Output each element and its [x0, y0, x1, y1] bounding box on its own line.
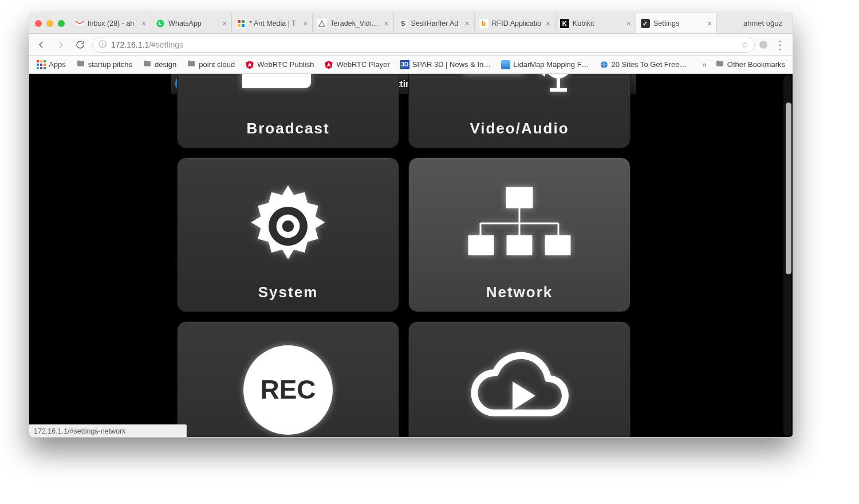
url-host: 172.16.1.1: [111, 40, 149, 49]
site-info-icon[interactable]: ⓘ: [98, 40, 107, 50]
back-button[interactable]: [34, 37, 49, 52]
scrollbar-thumb[interactable]: [786, 103, 791, 274]
angular-icon: [245, 60, 254, 69]
tab-close-icon[interactable]: ×: [141, 19, 146, 28]
forward-button[interactable]: [53, 37, 68, 52]
browser-tab[interactable]: Inbox (28) - ah×: [70, 13, 151, 33]
svg-rect-5: [238, 24, 241, 27]
other-bookmarks-label: Other Bookmarks: [727, 60, 785, 69]
address-bar[interactable]: ⓘ 172.16.1.1/#settings ☆: [92, 37, 755, 53]
bookmark-item[interactable]: WebRTC Player: [320, 58, 393, 71]
folder-icon: [143, 59, 152, 70]
page-viewport: ✓ Done Settings BroadcastVideo/AudioSyst…: [29, 74, 793, 437]
tab-favicon: [317, 19, 326, 28]
settings-tiles-grid: BroadcastVideo/AudioSystemNetworkREC: [177, 74, 631, 437]
tab-close-icon[interactable]: ×: [465, 19, 470, 28]
angular-icon: [324, 60, 333, 69]
tab-close-icon[interactable]: ×: [303, 19, 308, 28]
spar-icon: 3D: [400, 60, 409, 69]
bookmark-item[interactable]: 20 Sites To Get Free…: [596, 58, 691, 71]
tile-label: System: [258, 284, 318, 301]
tab-close-icon[interactable]: ×: [626, 19, 631, 28]
tile-label: Broadcast: [246, 120, 329, 137]
bookmark-item[interactable]: Apps: [33, 58, 70, 71]
bookmark-label: LidarMap Mapping F…: [513, 60, 589, 69]
bookmark-label: design: [155, 60, 176, 69]
apps-icon: [37, 60, 46, 69]
bookmark-label: SPAR 3D | News & In…: [412, 60, 491, 69]
tab-close-icon[interactable]: ×: [222, 19, 227, 28]
svg-rect-4: [242, 20, 245, 23]
svg-rect-31: [507, 236, 531, 254]
folder-icon: [187, 59, 196, 70]
status-bar: 172.16.1.1/#settings-network: [29, 424, 187, 437]
profile-avatar-icon[interactable]: [759, 41, 767, 49]
status-text: 172.16.1.1/#settings-network: [34, 427, 126, 435]
tile-label: Video/Audio: [470, 120, 569, 137]
cloud-icon: [409, 339, 630, 437]
svg-rect-19: [557, 78, 560, 89]
nav-toolbar: ⓘ 172.16.1.1/#settings ☆ ⋮: [29, 34, 793, 56]
settings-tile-system[interactable]: System: [177, 158, 399, 312]
settings-tile-videoaudio[interactable]: Video/Audio: [408, 74, 631, 148]
titlebar: Inbox (28) - ah×WhatsApp×* Ant Media | T…: [29, 13, 793, 34]
tab-label: Kobikit: [573, 19, 623, 27]
maximize-window-button[interactable]: [58, 20, 65, 27]
bookmarks-overflow-button[interactable]: »: [700, 60, 709, 69]
lidar-icon: [501, 60, 510, 69]
bookmark-item[interactable]: 3DSPAR 3D | News & In…: [396, 58, 495, 71]
settings-tile-cloud[interactable]: [408, 321, 631, 437]
browser-tab[interactable]: SSesliHarfler Ad×: [394, 13, 475, 33]
other-bookmarks-button[interactable]: Other Bookmarks: [711, 57, 789, 72]
bookmark-star-icon[interactable]: ☆: [741, 40, 748, 49]
browser-tab[interactable]: bRFID Applicatio×: [475, 13, 555, 33]
browser-tab[interactable]: WhatsApp×: [151, 13, 232, 33]
network-icon: [409, 175, 630, 277]
reload-button[interactable]: [73, 37, 88, 52]
svg-rect-32: [546, 236, 570, 254]
settings-tile-broadcast[interactable]: Broadcast: [177, 74, 399, 148]
tab-favicon: [156, 19, 165, 28]
tab-favicon: K: [560, 19, 569, 28]
videoaudio-icon: [409, 74, 630, 113]
gear-icon: [178, 175, 399, 277]
svg-point-23: [282, 220, 294, 232]
bookmark-label: WebRTC Publish: [257, 60, 314, 69]
settings-tile-record[interactable]: REC: [177, 321, 399, 437]
tab-label: * Ant Media | T: [249, 19, 300, 27]
browser-tab[interactable]: KKobikit×: [555, 13, 636, 33]
svg-marker-35: [513, 381, 535, 410]
url-path: /#settings: [149, 40, 183, 49]
tab-label: Settings: [653, 19, 704, 27]
bookmark-label: WebRTC Player: [336, 60, 389, 69]
svg-rect-24: [507, 188, 532, 207]
bookmark-item[interactable]: point cloud: [183, 57, 239, 72]
bookmark-item[interactable]: LidarMap Mapping F…: [497, 58, 593, 71]
browser-tab[interactable]: ✓Settings×: [636, 13, 717, 33]
tab-close-icon[interactable]: ×: [546, 19, 550, 28]
svg-point-1: [156, 19, 164, 27]
browser-tab[interactable]: * Ant Media | T×: [232, 13, 313, 33]
tab-favicon: S: [399, 19, 408, 28]
settings-app: ✓ Done Settings BroadcastVideo/AudioSyst…: [171, 74, 636, 437]
settings-tile-network[interactable]: Network: [408, 158, 631, 312]
svg-rect-20: [550, 88, 567, 92]
profile-name[interactable]: ahmet oğuz: [733, 19, 793, 27]
tab-label: Inbox (28) - ah: [88, 19, 138, 27]
browser-tab[interactable]: Teradek_VidiU_×: [313, 13, 393, 33]
bookmark-item[interactable]: startup pitchs: [72, 57, 136, 72]
close-window-button[interactable]: [35, 20, 42, 27]
minimize-window-button[interactable]: [46, 20, 53, 27]
browser-menu-button[interactable]: ⋮: [772, 38, 788, 52]
bookmark-label: point cloud: [199, 60, 235, 69]
bookmark-item[interactable]: design: [139, 57, 180, 72]
bookmark-item[interactable]: WebRTC Publish: [241, 58, 318, 71]
browser-window: Inbox (28) - ah×WhatsApp×* Ant Media | T…: [29, 13, 793, 438]
tab-close-icon[interactable]: ×: [707, 19, 712, 28]
globe-icon: [600, 60, 609, 69]
tab-favicon: [237, 19, 246, 28]
rec-icon: REC: [178, 339, 399, 437]
tab-label: WhatsApp: [168, 19, 219, 27]
tab-close-icon[interactable]: ×: [384, 19, 388, 28]
svg-text:REC: REC: [260, 375, 316, 404]
